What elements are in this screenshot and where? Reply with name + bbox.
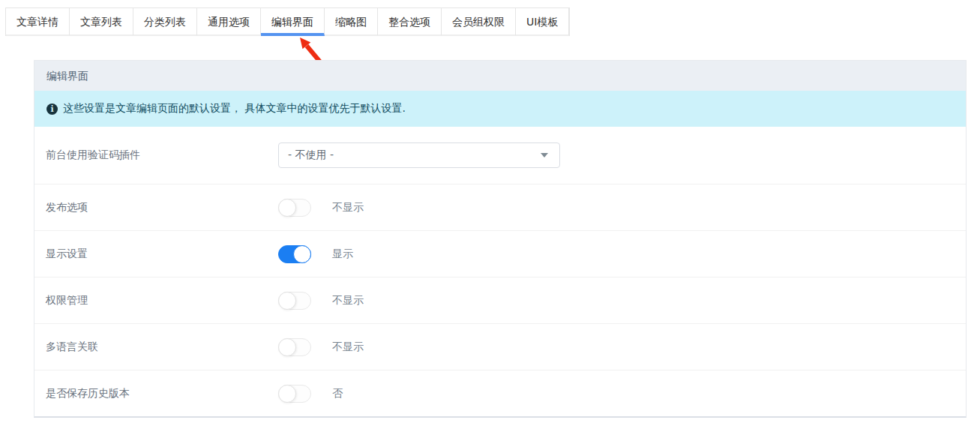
settings-rows: 前台使用验证码插件 - 不使用 - 发布选项 不显示 显示设置 显示 权限管理 … — [34, 127, 966, 416]
toggle-switch[interactable] — [278, 338, 311, 356]
settings-row: 显示设置 显示 — [34, 230, 966, 277]
setting-value: 不显示 — [332, 201, 364, 214]
tab-label: 文章详情 — [16, 16, 58, 28]
toggle-knob — [278, 292, 296, 310]
tab-item[interactable]: 整合选项 — [378, 8, 442, 36]
settings-row: 发布选项 不显示 — [34, 184, 966, 230]
tab-label: 整合选项 — [388, 16, 430, 28]
info-circle-icon: i — [46, 104, 58, 115]
setting-label: 多语言关联 — [46, 340, 278, 354]
tab-label: 编辑界面 — [271, 16, 313, 28]
toggle-knob — [278, 199, 296, 217]
tab-item[interactable]: 会员组权限 — [442, 8, 516, 36]
toggle-switch[interactable] — [278, 385, 311, 403]
toggle-knob — [278, 338, 296, 356]
settings-row: 前台使用验证码插件 - 不使用 - — [34, 127, 966, 184]
tab-item[interactable]: 通用选项 — [197, 8, 261, 36]
info-text: 这些设置是文章编辑页面的默认设置， 具体文章中的设置优先于默认设置. — [63, 102, 406, 116]
tab-item[interactable]: 缩略图 — [325, 8, 378, 36]
setting-label: 显示设置 — [46, 248, 278, 261]
tab-item[interactable]: 文章列表 — [70, 8, 133, 36]
tab-label: 缩略图 — [335, 16, 367, 28]
toggle-knob — [278, 385, 296, 403]
tab-label: 通用选项 — [208, 16, 250, 28]
setting-label: 是否保存历史版本 — [46, 387, 278, 400]
select-value: - 不使用 - — [288, 148, 334, 162]
tab-item[interactable]: 文章详情 — [6, 8, 70, 36]
setting-label: 权限管理 — [46, 294, 278, 308]
info-alert: i 这些设置是文章编辑页面的默认设置， 具体文章中的设置优先于默认设置. — [34, 91, 966, 127]
setting-value: 不显示 — [332, 340, 364, 354]
tab-bar: 文章详情 文章列表 分类列表 通用选项 编辑界面 缩略图 整合选项 会员组权限 … — [5, 8, 570, 36]
tab-item[interactable]: 分类列表 — [133, 8, 197, 36]
setting-value: 不显示 — [332, 294, 364, 308]
settings-row: 是否保存历史版本 否 — [34, 370, 966, 416]
setting-value: 显示 — [332, 248, 353, 261]
tab-label: 文章列表 — [80, 16, 122, 28]
tab-label: 分类列表 — [144, 16, 186, 28]
tab-label: UI模板 — [526, 16, 558, 28]
toggle-switch[interactable] — [278, 292, 311, 310]
settings-row: 权限管理 不显示 — [34, 277, 966, 323]
toggle-switch[interactable] — [278, 245, 311, 263]
dropdown-select[interactable]: - 不使用 - — [278, 142, 560, 168]
setting-label: 前台使用验证码插件 — [46, 148, 278, 162]
panel-title: 编辑界面 — [34, 61, 966, 91]
setting-label: 发布选项 — [46, 201, 278, 214]
setting-value: 否 — [332, 387, 343, 400]
toggle-knob — [293, 245, 311, 263]
settings-row: 多语言关联 不显示 — [34, 323, 966, 370]
tab-item[interactable]: UI模板 — [516, 8, 569, 36]
settings-panel: 编辑界面 i 这些设置是文章编辑页面的默认设置， 具体文章中的设置优先于默认设置… — [34, 60, 967, 418]
chevron-down-icon — [541, 153, 548, 158]
tab-item[interactable]: 编辑界面 — [261, 8, 325, 36]
toggle-switch[interactable] — [278, 199, 311, 217]
tab-label: 会员组权限 — [452, 16, 505, 28]
